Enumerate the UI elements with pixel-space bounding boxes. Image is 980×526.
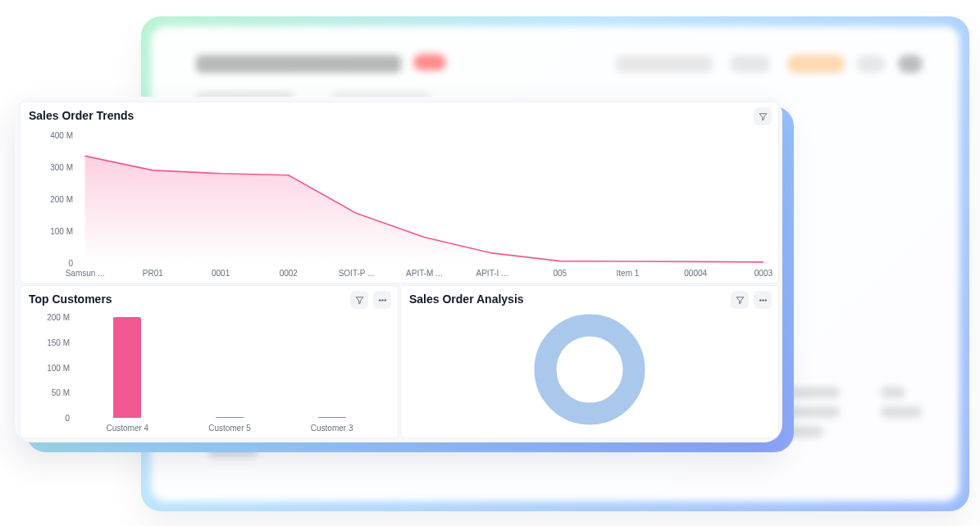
svg-point-1 [381,299,383,301]
x-tick-label: Samsun ... [66,269,105,278]
trends-plot: 0100 M200 M300 M400 MSamsun ...PR0100010… [27,130,772,278]
panel-top-customers: Top Customers 050 M100 M150 M200 MCustom… [20,285,399,438]
y-tick-label: 150 M [27,338,70,347]
svg-point-4 [762,299,763,301]
donut-svg [528,308,651,431]
svg-point-2 [384,299,385,301]
bar [318,417,346,418]
panel-toolbar [350,291,391,309]
x-tick-label: 0001 [212,269,230,278]
x-tick-label: APIT-M ... [406,269,442,278]
topcust-plot: 050 M100 M150 M200 MCustomer 4Customer 5… [27,314,391,433]
svg-point-5 [764,299,766,301]
stage: Sales Order Trends 0100 M200 M300 M400 M… [0,0,980,526]
x-tick-label: 0002 [280,269,298,278]
panel-title: Sales Order Trends [29,109,134,122]
y-tick-label: 100 M [27,363,70,372]
bg-button-placeholder [787,55,845,73]
bg-button-placeholder [730,55,771,73]
x-tick-label: 0003 [754,269,773,278]
svg-point-6 [545,325,634,414]
y-tick-label: 400 M [27,131,73,140]
donut-chart [528,308,651,431]
bg-button-placeholder [856,55,886,73]
panel-title: Top Customers [29,292,112,306]
x-tick-label: Item 1 [617,269,640,278]
filter-button[interactable] [350,291,368,309]
x-tick-label: Customer 4 [106,424,148,433]
x-tick-label: APIT-I ... [476,269,508,278]
y-tick-label: 200 M [27,313,70,322]
svg-point-0 [379,299,381,301]
more-icon [758,295,768,306]
bg-badge-placeholder [413,54,446,70]
more-button[interactable] [373,291,391,309]
x-tick-label: 005 [553,269,567,278]
y-tick-label: 0 [27,414,70,423]
x-tick-label: Customer 3 [311,424,353,433]
bg-button-placeholder [615,55,713,73]
svg-point-3 [759,299,761,301]
y-tick-label: 200 M [27,194,73,203]
filter-button[interactable] [731,291,749,309]
trends-area-svg [27,130,772,278]
x-tick-label: PR01 [143,269,163,278]
bar [216,417,244,418]
bar [113,317,141,418]
filter-icon [354,295,365,306]
panel-title: Sales Order Analysis [409,292,524,306]
x-tick-label: 00004 [684,269,707,278]
panel-toolbar [754,107,772,125]
y-tick-label: 100 M [27,226,73,235]
filter-icon [758,111,768,122]
y-tick-label: 300 M [27,163,73,172]
x-tick-label: SOIT-P ... [339,269,375,278]
panel-toolbar [731,291,772,309]
bg-button-placeholder [898,55,923,73]
dashboard-card: Sales Order Trends 0100 M200 M300 M400 M… [15,97,782,442]
y-tick-label: 0 [27,258,73,267]
x-tick-label: Customer 5 [208,424,251,433]
more-button[interactable] [754,291,772,309]
filter-icon [735,295,745,306]
panel-sales-order-trends: Sales Order Trends 0100 M200 M300 M400 M… [20,102,779,283]
panel-sales-order-analysis: Sales Order Analysis [400,285,779,438]
bg-title-placeholder [196,55,401,73]
y-tick-label: 50 M [27,388,70,397]
more-icon [377,295,388,306]
filter-button[interactable] [754,107,772,125]
